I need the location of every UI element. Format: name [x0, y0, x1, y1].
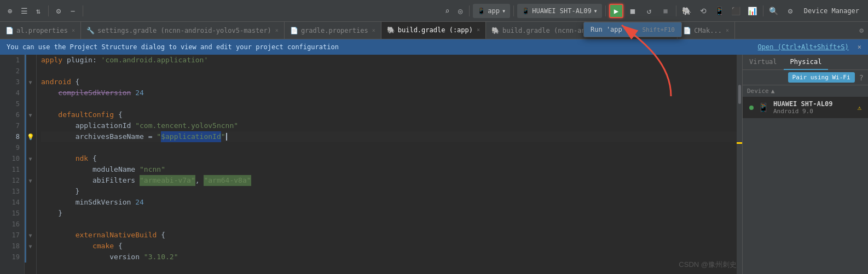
tab-close-2[interactable]: × [275, 27, 279, 33]
fold-3[interactable]: ▼ [25, 77, 36, 88]
run-button[interactable]: ▶ [609, 4, 623, 18]
fold-7 [25, 120, 36, 131]
run-config-icon: 📱 [477, 7, 485, 15]
sdk-icon[interactable]: ⬛ [729, 4, 743, 18]
line-num-15: 15 [0, 208, 24, 219]
code-line-1: apply plugin : 'com.android.application' [41, 55, 737, 66]
tab-cmake[interactable]: 📄 CMak... × [678, 22, 735, 39]
device-online-dot [749, 106, 754, 110]
code-editor[interactable]: apply plugin : 'com.android.application'… [37, 55, 737, 274]
fold-19 [25, 252, 36, 263]
device-icon-phone: 📱 [522, 7, 530, 15]
device-selector[interactable]: 📱 HUAWEI SHT-AL09 ▾ [517, 4, 602, 18]
fold-18[interactable]: ▼ [25, 241, 36, 252]
minus-icon[interactable]: − [67, 5, 78, 16]
code-line-15: } [41, 208, 737, 219]
add-icon[interactable]: ⊕ [4, 5, 15, 16]
settings-icon[interactable]: ⚙ [53, 5, 64, 16]
run-app-item[interactable]: Run 'app' Shift+F10 [584, 22, 681, 37]
scrollbar-gutter[interactable] [737, 55, 742, 274]
stop-button[interactable]: ■ [626, 4, 640, 18]
separator-2 [83, 5, 83, 16]
tab-label-2: settings.gradle (ncnn-android-yolov5-mas… [97, 27, 271, 34]
fold-13 [25, 186, 36, 197]
fold-1 [25, 55, 36, 66]
run-config-selector[interactable]: 📱 app ▾ [473, 4, 510, 18]
run-config-label: app [488, 7, 500, 15]
device-warning-icon: ⚠ [858, 104, 861, 112]
fold-10[interactable]: ▼ [25, 153, 36, 164]
info-bar-link[interactable]: Open (Ctrl+Alt+Shift+S) [758, 43, 849, 51]
avd-icon[interactable]: 📱 [713, 4, 727, 18]
tab-icon-3: 📄 [290, 27, 298, 34]
separator-3 [469, 5, 470, 16]
pair-wifi-button[interactable]: Pair using Wi-Fi [788, 72, 855, 83]
target-icon[interactable]: ◎ [455, 5, 466, 16]
tabs-settings[interactable]: ⚙ [855, 26, 868, 34]
code-line-14: minSdkVersion 24 [41, 197, 737, 208]
fold-5 [25, 98, 36, 109]
collapse-icon[interactable]: ⇅ [33, 5, 44, 16]
tab-icon-6: 📄 [683, 27, 691, 34]
tab-close-1[interactable]: × [72, 27, 75, 33]
tab-close-4[interactable]: × [477, 27, 480, 33]
tab-close-3[interactable]: × [372, 27, 375, 33]
separator-4 [513, 5, 514, 16]
info-bar-text: You can use the Project Structure dialog… [7, 43, 758, 51]
tab-physical[interactable]: Physical [784, 55, 829, 70]
tab-label-4: build.gradle (:app) [398, 26, 473, 34]
cursor-caret [226, 133, 227, 141]
line-num-1: 1 [0, 55, 24, 66]
search-icon[interactable]: ⌕ [442, 5, 453, 16]
fold-6[interactable]: ▼ [25, 109, 36, 120]
fold-gutter: ▼ ▼ 💡 ▼ ▼ ▼ ▼ [25, 55, 37, 274]
tab-icon-2: 🔧 [86, 27, 95, 34]
line-num-8: 8 [0, 131, 24, 142]
info-bar-close[interactable]: × [858, 43, 861, 51]
line-num-3: 3 [0, 77, 24, 88]
watermark: CSDN @豫州刺史 [679, 260, 737, 270]
line-num-19: 19 [0, 252, 24, 263]
tab-gradle-properties[interactable]: 📄 gradle.properties × [285, 22, 381, 39]
help-button[interactable]: ? [859, 73, 864, 82]
settings-top-icon[interactable]: ⚙ [783, 4, 797, 18]
tab-physical-label: Physical [790, 58, 822, 66]
device-manager-link[interactable]: Device Manager [800, 7, 864, 15]
code-line-18: cmake { [41, 241, 737, 252]
main-area: 1 2 3 4 5 6 7 8 9 10 11 12 13 14 15 16 1… [0, 55, 868, 274]
tab-virtual[interactable]: Virtual [743, 55, 784, 70]
gradle-icon[interactable]: 🐘 [680, 4, 694, 18]
tab-settings-gradle[interactable]: 🔧 settings.gradle (ncnn-android-yolov5-m… [81, 22, 285, 39]
more-run-options[interactable]: ≡ [658, 4, 673, 18]
tab-al-properties[interactable]: 📄 al.properties × [0, 22, 81, 39]
rerun-button[interactable]: ↺ [642, 4, 656, 18]
line-num-12: 12 [0, 175, 24, 186]
line-num-11: 11 [0, 164, 24, 175]
profiler-icon[interactable]: 📊 [745, 4, 760, 18]
tab-close-6[interactable]: × [726, 27, 729, 33]
search-top-icon[interactable]: 🔍 [767, 4, 781, 18]
separator-1 [48, 5, 49, 16]
line-num-17: 17 [0, 230, 24, 241]
line-num-6: 6 [0, 109, 24, 120]
fold-17[interactable]: ▼ [25, 230, 36, 241]
line-num-10: 10 [0, 153, 24, 164]
tab-build-gradle-app[interactable]: 🐘 build.gradle (:app) × [381, 22, 486, 39]
run-icon: ▶ [614, 7, 618, 15]
separator-6 [676, 5, 676, 16]
stop-icon: ■ [630, 7, 635, 15]
sdk-manager-icon: ⬛ [731, 7, 740, 15]
separator-7 [763, 5, 763, 16]
gradle-elephant-icon: 🐘 [682, 7, 691, 15]
scroll-thumb[interactable] [738, 85, 741, 104]
tab-label-3: gradle.properties [301, 27, 368, 34]
tab-icon-4: 🐘 [387, 26, 395, 34]
line-num-9: 9 [0, 142, 24, 153]
toolbar-right: ⌕ ◎ 📱 app ▾ 📱 HUAWEI SHT-AL09 ▾ ▶ ■ ↺ ≡ … [442, 4, 864, 18]
line-num-13: 13 [0, 186, 24, 197]
sync-icon[interactable]: ⟲ [696, 4, 710, 18]
fold-12[interactable]: ▼ [25, 175, 36, 186]
device-name: HUAWEI SHT-AL09 [773, 100, 853, 108]
device-item-huawei[interactable]: 📱 HUAWEI SHT-AL09 Android 9.0 ⚠ [743, 97, 868, 118]
list-icon[interactable]: ☰ [19, 5, 30, 16]
